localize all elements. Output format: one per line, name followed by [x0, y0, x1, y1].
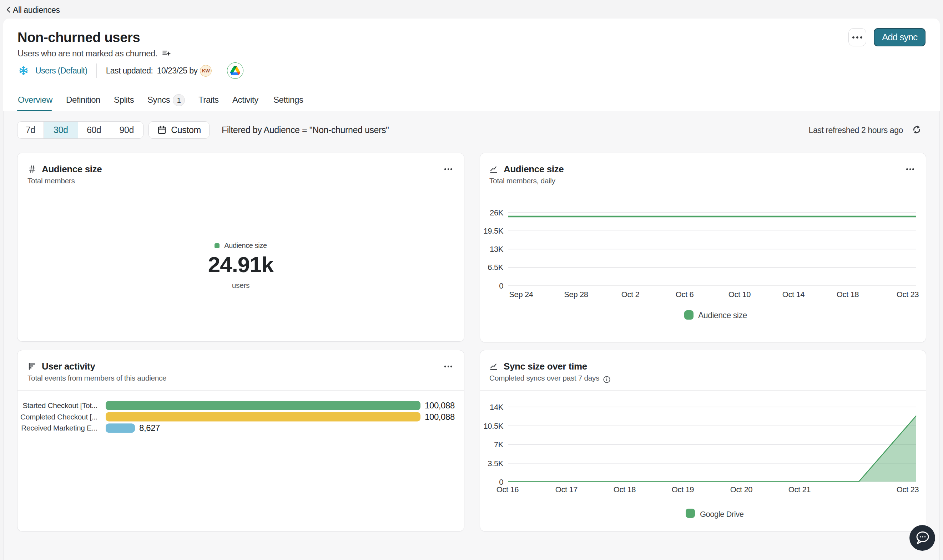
svg-text:Sep 28: Sep 28	[564, 290, 588, 299]
svg-text:10.5K: 10.5K	[484, 422, 504, 431]
svg-text:6.5K: 6.5K	[488, 263, 503, 272]
svg-text:7K: 7K	[494, 440, 504, 449]
svg-text:Oct 10: Oct 10	[729, 290, 751, 299]
svg-text:Completed Checkout [...: Completed Checkout [...	[20, 413, 97, 421]
svg-text:Oct 23: Oct 23	[897, 290, 919, 299]
svg-text:Oct 14: Oct 14	[783, 290, 805, 299]
svg-text:Oct 6: Oct 6	[676, 290, 694, 299]
svg-text:Oct 20: Oct 20	[730, 485, 753, 494]
svg-text:Oct 16: Oct 16	[496, 485, 519, 494]
svg-text:26K: 26K	[490, 208, 504, 217]
svg-text:3.5K: 3.5K	[488, 459, 503, 468]
svg-text:0: 0	[499, 282, 503, 290]
svg-text:Audience size: Audience size	[698, 311, 747, 320]
svg-text:Started Checkout [Tot...: Started Checkout [Tot...	[23, 401, 97, 409]
svg-text:13K: 13K	[490, 245, 504, 254]
svg-text:Oct 23: Oct 23	[897, 485, 919, 494]
svg-text:100,088: 100,088	[425, 400, 455, 410]
svg-text:100,088: 100,088	[425, 412, 455, 422]
svg-text:Oct 19: Oct 19	[672, 485, 694, 494]
svg-text:Oct 2: Oct 2	[621, 290, 639, 299]
svg-text:19.5K: 19.5K	[484, 226, 504, 235]
svg-text:14K: 14K	[490, 403, 504, 412]
svg-text:Oct 18: Oct 18	[613, 485, 636, 494]
svg-text:Sep 24: Sep 24	[509, 290, 533, 299]
svg-text:Oct 17: Oct 17	[555, 485, 578, 494]
svg-text:Google Drive: Google Drive	[700, 510, 744, 518]
svg-text:Oct 21: Oct 21	[789, 485, 811, 494]
svg-text:Received Marketing E...: Received Marketing E...	[21, 424, 97, 432]
svg-text:Oct 18: Oct 18	[837, 290, 859, 299]
svg-text:8,627: 8,627	[139, 423, 160, 433]
